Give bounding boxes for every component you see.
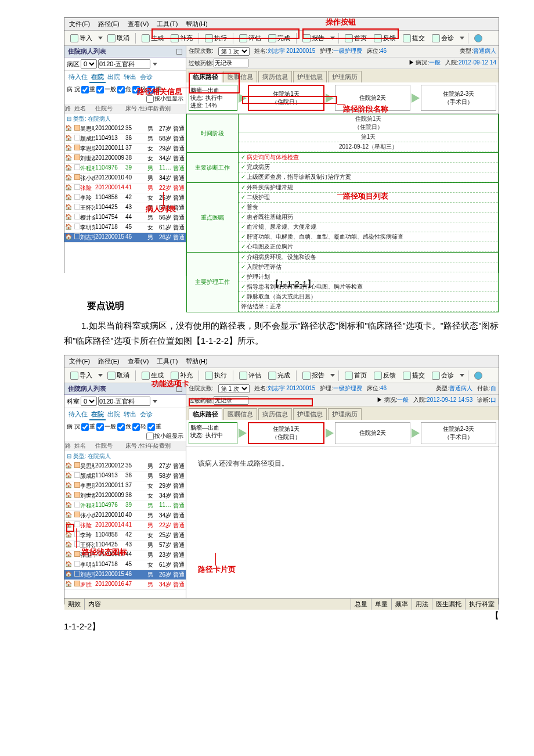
help-button[interactable]: [472, 370, 485, 381]
menu-item[interactable]: 路径(E): [98, 357, 120, 366]
feedback-button[interactable]: 反馈: [371, 33, 398, 44]
ward-no-select[interactable]: 0: [81, 397, 97, 406]
home-button[interactable]: 首页: [342, 370, 369, 381]
menu-item[interactable]: 工具(T): [157, 20, 178, 28]
col-header[interactable]: 费别: [158, 441, 172, 451]
menu-item[interactable]: 路径(E): [98, 20, 120, 28]
home-button[interactable]: 首页: [342, 33, 369, 44]
patient-row[interactable]: 🏠 颜成臣 1104913 36 男 58岁 普通: [64, 471, 186, 481]
patient-row[interactable]: 🏠 颜成臣 1104913 36 男 58岁 普通: [64, 134, 186, 144]
cond-checkbox[interactable]: 一般: [96, 423, 116, 431]
submit-button[interactable]: 提交: [400, 370, 427, 381]
order-col-header[interactable]: 频率: [392, 599, 412, 610]
path-item[interactable]: 介绍病房环境、设施和设备: [239, 253, 498, 262]
order-col-header[interactable]: 总量: [351, 599, 371, 610]
stage-box[interactable]: 住院第1天（住院日）: [248, 85, 324, 111]
patient-row[interactable]: 🏠 张卫华 201200017 44 男 23岁 普通: [64, 550, 186, 560]
order-col-header[interactable]: 期效: [64, 599, 85, 610]
path-item[interactable]: 心电图及正位胸片: [239, 242, 498, 252]
content-tab[interactable]: 病历信息: [258, 408, 292, 420]
generate-button[interactable]: 生成: [139, 33, 166, 44]
path-item[interactable]: 外科疾病护理常规: [239, 183, 498, 193]
patient-row[interactable]: 🏠 刘世群 201200009 38 女 34岁 普通: [64, 154, 186, 164]
patient-row[interactable]: 🏠 张小虎 201200010 40 男 34岁 普通: [64, 174, 186, 183]
path-item[interactable]: 二级护理: [239, 193, 498, 203]
content-tab[interactable]: 护理信息: [293, 71, 327, 82]
col-header[interactable]: 姓名: [74, 441, 95, 451]
content-tab[interactable]: 医嘱信息: [223, 408, 257, 420]
status-tab[interactable]: 在院: [89, 409, 106, 420]
help-button[interactable]: [472, 33, 485, 44]
path-item[interactable]: 普食: [239, 203, 498, 213]
col-header[interactable]: 住院号: [95, 441, 125, 451]
supplement-button[interactable]: 补充: [168, 370, 195, 381]
content-tab[interactable]: 临床路径: [189, 71, 222, 82]
content-tab[interactable]: 护理病历: [328, 408, 362, 420]
order-col-header[interactable]: 医生嘱托: [432, 599, 466, 610]
col-header[interactable]: 姓名: [74, 104, 95, 113]
patient-row[interactable]: 🏠 李思琪 201200011 37 女 29岁 普通: [64, 144, 186, 154]
content-tab[interactable]: 医嘱信息: [223, 71, 257, 82]
stage-box[interactable]: 住院第2天: [335, 422, 410, 444]
cancel-button[interactable]: 取消: [105, 33, 132, 44]
patient-row[interactable]: 🏠 李思琪 201200011 37 女 29岁 普通: [64, 481, 186, 491]
consult-button[interactable]: 会诊: [430, 33, 456, 44]
content-tab[interactable]: 病历信息: [258, 71, 292, 82]
order-col-header[interactable]: 内容: [85, 599, 351, 610]
import-button[interactable]: 导入: [68, 33, 95, 44]
pin-icon[interactable]: [176, 386, 182, 392]
patient-row[interactable]: 🏠 王怀法 1104425 43 男 57岁 普通: [64, 541, 186, 550]
path-item[interactable]: 护理计划: [239, 272, 498, 282]
cond-checkbox[interactable]: 轻: [132, 85, 146, 93]
execute-button[interactable]: 执行: [203, 33, 229, 44]
col-header[interactable]: 床号▲: [125, 441, 139, 451]
visit-select[interactable]: 第 1 次: [218, 47, 250, 56]
path-item[interactable]: 指导患者到相关科室进行心电图、胸片等检查: [239, 282, 498, 292]
stage-box[interactable]: 住院第2-3天（手术日）: [421, 422, 496, 444]
patient-row[interactable]: 🏠 刘世群 201200009 38 女 34岁 普通: [64, 491, 186, 501]
report-button[interactable]: 报告: [300, 370, 327, 381]
patient-row[interactable]: 🏠 张险 201200014 41 男 22岁 普通: [64, 521, 186, 531]
path-item[interactable]: 上级医师查房，指导诊断及制订治疗方案: [239, 172, 498, 182]
menu-item[interactable]: 查看(V): [128, 20, 149, 28]
chevron-down-icon[interactable]: [153, 400, 157, 403]
patient-row[interactable]: 🏠 李玲 1104858 42 女 25岁 普通: [64, 531, 186, 541]
patient-row[interactable]: 🏠 李明荣 1104718 45 女 61岁 普通: [64, 223, 186, 233]
stage-box[interactable]: 住院第2-3天（手术日）: [421, 85, 496, 111]
patient-row[interactable]: 🏠 王怀法 1104425 43 男 57岁 普通: [64, 203, 186, 213]
patient-row[interactable]: 🏠 吴思明 201200012 35 男 27岁 普通: [64, 124, 186, 134]
path-item[interactable]: 静脉取血（当天或此日晨）: [239, 292, 498, 302]
status-tab[interactable]: 会诊: [138, 72, 154, 83]
content-tab[interactable]: 护理信息: [293, 408, 327, 420]
path-item[interactable]: 病史询问与体检检查: [239, 153, 498, 163]
cond-checkbox[interactable]: 重: [147, 85, 161, 93]
col-header[interactable]: 路: [64, 441, 74, 451]
allergy-input[interactable]: [214, 59, 248, 67]
status-tab[interactable]: 待入住: [67, 72, 89, 83]
cond-checkbox[interactable]: 重: [81, 85, 95, 93]
done-button[interactable]: 完成: [266, 370, 293, 381]
status-tab[interactable]: 会诊: [138, 409, 154, 420]
menu-item[interactable]: 帮助(H): [186, 357, 207, 366]
ward-input[interactable]: [98, 397, 150, 406]
col-header[interactable]: 住院号: [95, 104, 125, 113]
submit-button[interactable]: 提交: [400, 33, 427, 44]
patient-row[interactable]: 🏠 李玲 1104858 42 女 25岁 普通: [64, 193, 186, 203]
feedback-button[interactable]: 反馈: [371, 370, 398, 381]
cond-checkbox[interactable]: 危: [117, 423, 131, 431]
status-tab[interactable]: 转出: [122, 409, 138, 420]
supplement-button[interactable]: 补充: [168, 33, 195, 44]
report-button[interactable]: 报告: [300, 33, 327, 44]
menu-item[interactable]: 查看(V): [128, 357, 149, 366]
status-tab[interactable]: 出院: [106, 72, 122, 83]
path-item[interactable]: 肝肾功能、电解质、血糖、血型、凝血功能、感染性疾病筛查: [239, 232, 498, 242]
patient-row[interactable]: 🏠 张险 201200014 41 男 22岁 普通: [64, 183, 186, 193]
order-col-header[interactable]: 执行科室: [466, 599, 499, 610]
group-checkbox[interactable]: 按小组显示: [146, 432, 183, 440]
cond-checkbox[interactable]: 重: [147, 423, 161, 431]
patient-row[interactable]: 🏠 李明荣 1104718 45 女 61岁 普通: [64, 560, 186, 570]
status-tab[interactable]: 转出: [122, 72, 138, 83]
col-header[interactable]: 费别: [158, 104, 172, 113]
chevron-down-icon[interactable]: [153, 63, 157, 66]
patient-row[interactable]: 🏠 刘志宇 201200015 46 男 26岁 普通: [64, 570, 186, 580]
